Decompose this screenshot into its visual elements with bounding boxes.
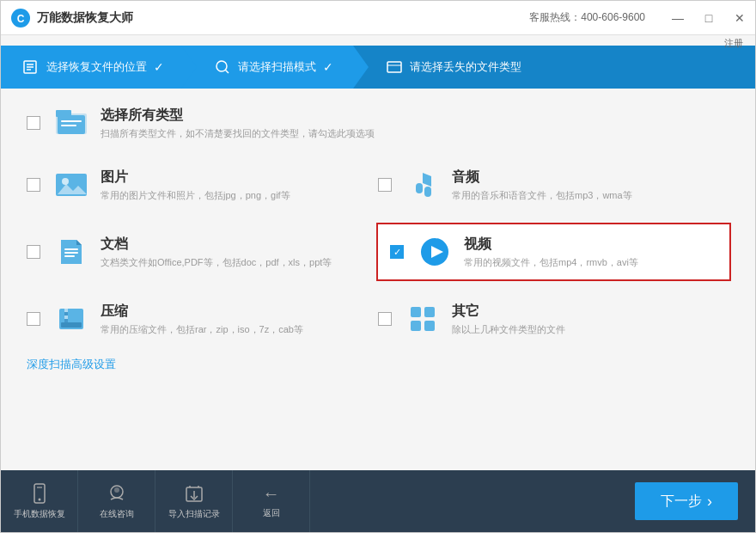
svg-rect-32 (424, 307, 435, 317)
step-bar: 选择恢复文件的位置 ✓ 请选择扫描模式 ✓ 请选择丢失的文件类型 (1, 46, 755, 89)
step2-arrow (353, 46, 369, 89)
other-icon (404, 300, 442, 338)
back-label: 返回 (263, 507, 280, 519)
doc-text: 文档 文档类文件如Office,PDF等，包括doc，pdf，xls，ppt等 (101, 236, 332, 269)
audio-name: 音频 (452, 168, 632, 187)
app-title: 万能数据恢复大师 (37, 10, 133, 26)
svg-rect-30 (61, 322, 82, 328)
type-audio-row: 音频 常用的音乐和语音文件，包括mp3，wma等 (378, 159, 729, 211)
svg-rect-13 (61, 120, 82, 122)
zip-text: 压缩 常用的压缩文件，包括rar，zip，iso，7z，cab等 (101, 303, 303, 336)
svg-rect-29 (64, 319, 68, 322)
svg-point-16 (62, 178, 69, 185)
zip-desc: 常用的压缩文件，包括rar，zip，iso，7z，cab等 (101, 323, 303, 336)
import-nav[interactable]: 导入扫描记录 (155, 470, 233, 532)
next-label: 下一步 (661, 493, 702, 511)
svg-point-6 (216, 61, 227, 71)
audio-checkbox[interactable] (378, 178, 392, 192)
step-2: 请选择扫描模式 ✓ (181, 46, 353, 89)
step-3: 请选择丢失的文件类型 (353, 46, 755, 89)
step2-check: ✓ (323, 60, 333, 74)
other-desc: 除以上几种文件类型的文件 (452, 323, 565, 336)
mobile-icon (28, 482, 51, 505)
other-name: 其它 (452, 303, 565, 321)
chat-icon (106, 482, 128, 505)
video-desc: 常用的视频文件，包括mp4，rmvb，avi等 (464, 256, 638, 269)
next-button[interactable]: 下一步 › (635, 482, 738, 520)
image-icon (52, 166, 90, 204)
title-bar: C 万能数据恢复大师 客服热线：400-606-9600 — □ ✕ (1, 1, 755, 35)
svg-rect-19 (424, 187, 431, 197)
step1-icon (22, 58, 40, 76)
svg-rect-18 (416, 183, 423, 193)
step1-arrow (181, 46, 197, 89)
select-all-checkbox[interactable] (27, 116, 40, 130)
register-label[interactable]: 注册 (724, 37, 743, 50)
step-1: 选择恢复文件的位置 ✓ (1, 46, 181, 89)
select-all-name: 选择所有类型 (101, 107, 375, 125)
doc-icon (52, 233, 90, 271)
audio-text: 音频 常用的音乐和语音文件，包括mp3，wma等 (452, 168, 632, 202)
zip-name: 压缩 (101, 303, 303, 321)
audio-icon (404, 166, 442, 204)
service-phone: 客服热线：400-606-9600 (529, 10, 645, 25)
type-doc-row: 文档 文档类文件如Office,PDF等，包括doc，pdf，xls，ppt等 (27, 224, 378, 279)
type-video-row: ✓ 视频 常用的视频文件，包括mp4，rmvb，avi等 (376, 223, 731, 281)
svg-rect-33 (411, 321, 421, 331)
main-content: 选择所有类型 扫描所有类型文件，如不清楚要找回的文件类型，请勾选此项选项 图片 … (1, 89, 755, 388)
svg-line-7 (226, 70, 229, 74)
svg-rect-14 (61, 125, 76, 126)
select-all-desc: 扫描所有类型文件，如不清楚要找回的文件类型，请勾选此项选项 (101, 127, 375, 140)
video-checkbox[interactable]: ✓ (390, 245, 404, 259)
app-logo: C (11, 9, 30, 28)
import-icon (183, 482, 205, 505)
audio-desc: 常用的音乐和语音文件，包括mp3，wma等 (452, 189, 632, 202)
svg-rect-8 (387, 62, 401, 72)
select-all-icon (52, 104, 90, 142)
image-name: 图片 (101, 168, 290, 187)
zip-icon (52, 300, 90, 338)
svg-rect-34 (424, 321, 435, 331)
zip-checkbox[interactable] (27, 312, 40, 326)
window-controls: 客服热线：400-606-9600 — □ ✕ (529, 1, 755, 34)
doc-checkbox[interactable] (27, 245, 40, 259)
other-text: 其它 除以上几种文件类型的文件 (452, 303, 565, 336)
image-text: 图片 常用的图片文件和照片，包括jpg，png，gif等 (101, 168, 290, 202)
minimize-button[interactable]: — (662, 1, 693, 35)
svg-rect-26 (64, 309, 68, 312)
step2-label: 请选择扫描模式 (238, 59, 316, 75)
doc-name: 文档 (101, 236, 332, 254)
svg-rect-31 (411, 307, 421, 317)
back-nav[interactable]: ← 返回 (233, 470, 310, 532)
consult-label: 在线咨询 (100, 508, 134, 520)
doc-desc: 文档类文件如Office,PDF等，包括doc，pdf，xls，ppt等 (101, 256, 332, 269)
file-type-grid: 图片 常用的图片文件和照片，包括jpg，png，gif等 音频 常用的音乐和语音… (27, 159, 729, 345)
svg-rect-28 (64, 316, 68, 319)
svg-rect-20 (64, 248, 78, 250)
consult-nav[interactable]: 在线咨询 (78, 470, 155, 532)
maximize-button[interactable]: □ (693, 1, 724, 35)
svg-rect-27 (64, 312, 68, 316)
video-text: 视频 常用的视频文件，包括mp4，rmvb，avi等 (464, 236, 638, 269)
advanced-scan-link[interactable]: 深度扫描高级设置 (27, 357, 116, 372)
close-button[interactable]: ✕ (724, 1, 755, 35)
step1-check: ✓ (154, 60, 164, 74)
svg-rect-21 (64, 252, 78, 254)
step2-icon (214, 58, 231, 76)
type-other-row: 其它 除以上几种文件类型的文件 (378, 293, 729, 345)
svg-rect-22 (64, 255, 75, 257)
back-arrow-icon: ← (263, 484, 280, 504)
step3-label: 请选择丢失的文件类型 (410, 59, 521, 75)
next-arrow-icon: › (707, 493, 712, 511)
type-zip-row: 压缩 常用的压缩文件，包括rar，zip，iso，7z，cab等 (27, 293, 378, 345)
step3-icon (386, 58, 403, 76)
mobile-recovery-nav[interactable]: 手机数据恢复 (1, 470, 78, 532)
svg-point-36 (38, 499, 40, 501)
import-label: 导入扫描记录 (168, 508, 220, 520)
bottom-toolbar: 手机数据恢复 在线咨询 导入扫描记录 ← 返回 (1, 470, 755, 532)
other-checkbox[interactable] (378, 312, 392, 326)
type-image-row: 图片 常用的图片文件和照片，包括jpg，png，gif等 (27, 159, 378, 211)
select-all-text: 选择所有类型 扫描所有类型文件，如不清楚要找回的文件类型，请勾选此项选项 (101, 107, 375, 140)
svg-point-39 (114, 487, 119, 493)
image-checkbox[interactable] (27, 178, 40, 192)
